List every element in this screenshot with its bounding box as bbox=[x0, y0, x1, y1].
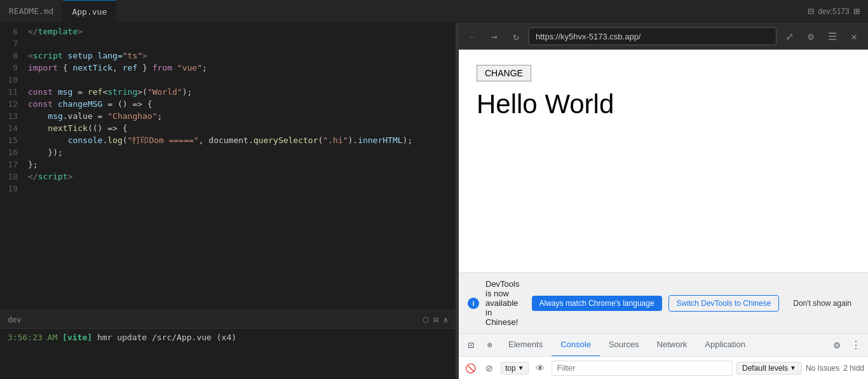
btn-switch-chinese[interactable]: Switch DevTools to Chinese bbox=[668, 295, 780, 312]
browser-close-icon[interactable]: ✕ bbox=[845, 27, 863, 45]
line-number: 15 bbox=[0, 134, 28, 146]
main-area: 6</template>78<script setup lang="ts">9i… bbox=[0, 23, 868, 379]
code-editor[interactable]: 6</template>78<script setup lang="ts">9i… bbox=[0, 23, 456, 310]
table-row: 16 }); bbox=[0, 146, 456, 158]
no-issues-label: No Issues bbox=[806, 364, 839, 373]
line-content: msg.value = "Changhao"; bbox=[28, 110, 162, 122]
line-content: }; bbox=[28, 158, 38, 170]
hello-world-text: Hello World bbox=[477, 89, 850, 120]
top-dropdown-icon: ▼ bbox=[518, 364, 524, 371]
terminal-body: 3:56:23 AM [vite] hmr update /src/App.vu… bbox=[0, 329, 456, 379]
line-content: const msg = ref<string>("World"); bbox=[28, 86, 192, 98]
line-number: 16 bbox=[0, 146, 28, 158]
page-content: CHANGE Hello World bbox=[459, 50, 868, 135]
table-row: 7 bbox=[0, 38, 456, 50]
devtools-message: DevTools is now available in Chinese! bbox=[485, 279, 526, 327]
table-row: 9import { nextTick, ref } from "vue"; bbox=[0, 62, 456, 74]
table-row: 10 bbox=[0, 74, 456, 86]
table-row: 17}; bbox=[0, 158, 456, 170]
devtools-console-bar: 🚫 ⊘ top ▼ 👁 Default levels ▼ No Issues 2… bbox=[459, 356, 868, 379]
table-row: 19 bbox=[0, 183, 456, 195]
line-number: 13 bbox=[0, 110, 28, 122]
browser-viewport: CHANGE Hello World bbox=[459, 50, 868, 272]
line-content: </template> bbox=[28, 25, 83, 38]
table-row: 13 msg.value = "Changhao"; bbox=[0, 110, 456, 122]
devtools-cursor-icon[interactable]: ⊕ bbox=[480, 334, 499, 357]
change-button[interactable]: CHANGE bbox=[477, 65, 531, 81]
devserver-label: dev:5173 bbox=[822, 0, 845, 23]
default-levels-selector[interactable]: Default levels ▼ bbox=[736, 362, 802, 375]
tab-appvue-label: App.vue bbox=[72, 7, 107, 17]
editor-tab-bar: README.md App.vue ⊟ dev:5173 ⊞ bbox=[0, 0, 868, 23]
tab-sources[interactable]: Sources bbox=[600, 334, 648, 357]
devtools-tabs: ⊡ ⊕ Elements Console Sources Network App… bbox=[459, 333, 868, 356]
tab-readme[interactable]: README.md bbox=[0, 0, 63, 22]
forward-button[interactable]: → bbox=[485, 27, 503, 45]
console-eye-icon[interactable]: 👁 bbox=[532, 361, 548, 376]
devtools-elements-icon[interactable]: ⊡ bbox=[461, 334, 480, 357]
refresh-button[interactable]: ↻ bbox=[507, 27, 525, 45]
console-block-icon[interactable]: ⊘ bbox=[482, 361, 497, 376]
table-row: 14 nextTick(() => { bbox=[0, 122, 456, 134]
devtools-notification: i DevTools is now available in Chinese! … bbox=[459, 272, 868, 333]
table-row: 11const msg = ref<string>("World"); bbox=[0, 86, 456, 98]
table-row: 12const changeMSG = () => { bbox=[0, 98, 456, 110]
line-number: 6 bbox=[0, 25, 28, 38]
console-top-selector[interactable]: top ▼ bbox=[501, 362, 529, 375]
back-button[interactable]: ← bbox=[464, 27, 482, 45]
tab-console[interactable]: Console bbox=[552, 334, 600, 357]
filter-input[interactable] bbox=[552, 361, 733, 376]
info-icon: i bbox=[468, 298, 479, 309]
line-content: }); bbox=[28, 146, 63, 158]
line-number: 7 bbox=[0, 38, 28, 50]
terminal-split-icon[interactable]: ⊟ bbox=[434, 315, 438, 324]
browser-settings-icon[interactable]: ☰ bbox=[824, 27, 841, 45]
table-row: 8<script setup lang="ts"> bbox=[0, 50, 456, 62]
tab-application[interactable]: Application bbox=[696, 334, 754, 357]
terminal-expand-icon[interactable]: ⬡ bbox=[423, 315, 429, 324]
tab-elements[interactable]: Elements bbox=[499, 334, 552, 357]
terminal-panel: dev ⬡ ⊟ ∧ 3:56:23 AM [vite] hmr update /… bbox=[0, 310, 456, 379]
terminal-title: dev bbox=[8, 315, 22, 324]
table-row: 15 console.log("打印Dom =====", document.q… bbox=[0, 134, 456, 146]
line-number: 10 bbox=[0, 74, 28, 86]
line-number: 17 bbox=[0, 158, 28, 170]
line-content: console.log("打印Dom =====", document.quer… bbox=[28, 134, 412, 146]
url-text: https://ky5hvx-5173.csb.app/ bbox=[536, 32, 641, 41]
line-content: nextTick(() => { bbox=[28, 122, 128, 134]
levels-dropdown-icon: ▼ bbox=[790, 364, 796, 371]
customize-icon[interactable]: ⚙ bbox=[802, 27, 820, 45]
devtools-settings-icon[interactable]: ⚙ bbox=[827, 334, 846, 357]
tab-network[interactable]: Network bbox=[648, 334, 696, 357]
line-number: 9 bbox=[0, 62, 28, 74]
address-bar[interactable]: https://ky5hvx-5173.csb.app/ bbox=[529, 27, 776, 45]
btn-dont-show[interactable]: Don't show again bbox=[785, 296, 859, 311]
line-number: 12 bbox=[0, 98, 28, 110]
line-content: const changeMSG = () => { bbox=[28, 98, 153, 110]
hidden-count-label: 2 hidd bbox=[843, 364, 864, 373]
tab-appvue[interactable]: App.vue bbox=[63, 0, 116, 22]
tab-readme-label: README.md bbox=[9, 6, 53, 16]
line-content: <script setup lang="ts"> bbox=[28, 50, 147, 62]
console-clear-icon[interactable]: 🚫 bbox=[463, 361, 478, 376]
browser-toolbar: ← → ↻ https://ky5hvx-5173.csb.app/ ⤢ ⚙ ☰… bbox=[459, 23, 868, 50]
editor-panel: 6</template>78<script setup lang="ts">9i… bbox=[0, 23, 456, 379]
browser-panel: ← → ↻ https://ky5hvx-5173.csb.app/ ⤢ ⚙ ☰… bbox=[459, 23, 868, 379]
line-content: import { nextTick, ref } from "vue"; bbox=[28, 62, 207, 74]
screenshot-icon[interactable]: ⤢ bbox=[780, 27, 798, 45]
line-number: 19 bbox=[0, 183, 28, 195]
line-number: 18 bbox=[0, 170, 28, 183]
line-number: 8 bbox=[0, 50, 28, 62]
line-number: 14 bbox=[0, 122, 28, 134]
devtools-more-icon[interactable]: ⋮ bbox=[846, 334, 865, 357]
line-content: </script> bbox=[28, 170, 72, 183]
terminal-header: dev ⬡ ⊟ ∧ bbox=[0, 311, 456, 329]
terminal-log: 3:56:23 AM [vite] hmr update /src/App.vu… bbox=[8, 333, 448, 342]
terminal-close-icon[interactable]: ∧ bbox=[444, 315, 448, 324]
table-row: 6</template> bbox=[0, 25, 456, 38]
btn-always-match[interactable]: Always match Chrome's language bbox=[532, 296, 662, 311]
open-browser-icon[interactable]: ⊞ bbox=[845, 0, 868, 23]
table-row: 18</script> bbox=[0, 170, 456, 183]
line-number: 11 bbox=[0, 86, 28, 98]
